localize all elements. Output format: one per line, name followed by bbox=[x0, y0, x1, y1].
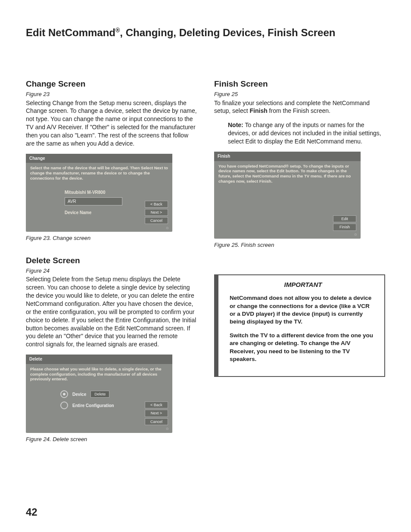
finish-ss-title: Finish bbox=[214, 152, 361, 161]
delete-heading: Delete Screen bbox=[26, 255, 197, 266]
important-title: IMPORTANT bbox=[230, 280, 377, 289]
important-p1: NetCommand does not allow you to delete … bbox=[230, 294, 377, 326]
finish-fig-ref: Figure 25 bbox=[214, 90, 385, 98]
delete-body: Selecting Delete from the Setup menu dis… bbox=[26, 275, 197, 348]
change-ss-instructions: Select the name of the device that will … bbox=[30, 165, 168, 181]
note-label: Note: bbox=[228, 121, 243, 128]
important-p2: Switch the TV to a different device from… bbox=[230, 332, 377, 363]
registered-mark: ® bbox=[115, 27, 120, 34]
finish-fig-caption: Figure 25. Finish screen bbox=[214, 241, 385, 249]
title-text-1: Edit NetCommand bbox=[26, 27, 115, 38]
device-label: Device bbox=[72, 392, 86, 398]
change-fig-caption: Figure 23. Change screen bbox=[26, 234, 197, 242]
finish-body: To finalize your selections and complete… bbox=[214, 99, 385, 115]
change-ss-manufacturer: Mitsubishi M-VR800 bbox=[65, 190, 168, 196]
finish-body-bold: Finish bbox=[250, 107, 268, 114]
delete-option-device[interactable]: Device Delete bbox=[60, 390, 168, 398]
change-ss-title: Change bbox=[26, 154, 172, 163]
note-text: To change any of the inputs or names for… bbox=[228, 121, 381, 145]
delete-ss-instructions: Please choose what you would like to del… bbox=[30, 367, 168, 382]
right-column: Finish Screen Figure 25 To finalize your… bbox=[214, 78, 385, 456]
back-button[interactable]: < Back bbox=[145, 401, 168, 408]
change-heading: Change Screen bbox=[26, 78, 197, 90]
edit-button[interactable]: Edit bbox=[333, 215, 356, 222]
finish-button[interactable]: Finish bbox=[333, 224, 356, 230]
finish-note: Note: To change any of the inputs or nam… bbox=[228, 121, 385, 146]
delete-fig-caption: Figure 24. Delete screen bbox=[26, 436, 197, 443]
change-body: Selecting Change from the Setup menu scr… bbox=[26, 99, 197, 148]
left-column: Change Screen Figure 23 Selecting Change… bbox=[26, 78, 197, 456]
radio-selected-icon bbox=[60, 390, 68, 398]
device-delete-box[interactable]: Delete bbox=[90, 391, 109, 398]
finish-ss-instructions: You have completed NetCommand® setup. To… bbox=[218, 164, 356, 184]
finish-screenshot: Finish You have completed NetCommand® se… bbox=[214, 152, 361, 239]
cancel-button[interactable]: Cancel bbox=[145, 418, 168, 425]
corner-icon: ⊙ bbox=[354, 233, 357, 237]
delete-screenshot: Delete Please choose what you would like… bbox=[26, 355, 172, 433]
corner-icon: ⊙ bbox=[166, 226, 169, 231]
title-text-2: , Changing, Deleting Devices, Finish Scr… bbox=[120, 27, 335, 38]
finish-body-post: from the Finish screen. bbox=[268, 107, 330, 114]
change-ss-device-input[interactable]: AVR bbox=[65, 197, 122, 206]
entire-config-label: Entire Configuration bbox=[72, 403, 114, 409]
change-fig-ref: Figure 23 bbox=[26, 90, 197, 98]
change-screenshot: Change Select the name of the device tha… bbox=[26, 154, 172, 232]
back-button[interactable]: < Back bbox=[145, 201, 168, 208]
next-button[interactable]: Next > bbox=[145, 209, 168, 216]
delete-ss-title: Delete bbox=[26, 355, 172, 364]
important-box: IMPORTANT NetCommand does not allow you … bbox=[214, 274, 385, 377]
delete-fig-ref: Figure 24 bbox=[26, 267, 197, 275]
radio-unselected-icon bbox=[60, 401, 68, 409]
next-button[interactable]: Next > bbox=[145, 410, 168, 417]
cancel-button[interactable]: Cancel bbox=[145, 217, 168, 224]
page-title: Edit NetCommand®, Changing, Deleting Dev… bbox=[26, 26, 385, 40]
finish-heading: Finish Screen bbox=[214, 78, 385, 90]
corner-icon: ⊙ bbox=[166, 427, 169, 432]
